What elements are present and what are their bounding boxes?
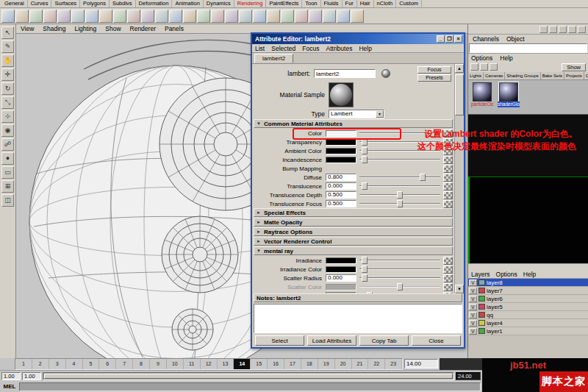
map-button[interactable] (443, 138, 453, 146)
frame-16[interactable]: 16 (268, 359, 284, 369)
maximize-icon[interactable] (445, 35, 453, 43)
shelf-icon[interactable] (141, 10, 154, 23)
scrollbar[interactable]: ▲ ▼ (454, 64, 464, 293)
material-sample-swatch[interactable] (329, 82, 354, 107)
layer-visibility-toggle[interactable]: V (469, 328, 477, 335)
shelf-tab-hair[interactable]: Hair (357, 0, 374, 7)
current-tool-icon[interactable]: ● (1, 152, 14, 165)
layer-row[interactable]: Vqq (468, 311, 588, 319)
minimize-icon[interactable] (437, 35, 445, 43)
slider-handle[interactable] (362, 266, 368, 273)
frame-strip[interactable]: 1234567891011121314151617181920212223 (15, 358, 403, 370)
map-button[interactable] (443, 129, 453, 138)
shelf-tab-subdivs[interactable]: Subdivs (110, 0, 136, 7)
chevron-down-icon[interactable] (376, 110, 384, 118)
window-titlebar[interactable]: Attribute Editor: lambert2 (252, 34, 464, 44)
frame-23[interactable]: 23 (385, 359, 402, 369)
color-swatch[interactable] (326, 257, 356, 264)
layer-row[interactable]: Vlayer6 (468, 295, 588, 303)
layer-visibility-toggle[interactable]: V (469, 296, 477, 302)
slider-handle[interactable] (362, 147, 368, 154)
ae-menu-focus[interactable]: Focus (302, 45, 319, 52)
material-swatch[interactable]: shaderGlow1 (498, 82, 520, 112)
shelf-icon[interactable] (309, 10, 322, 23)
panel-toggle-icon[interactable] (578, 26, 586, 33)
color-swatch[interactable] (326, 130, 356, 137)
layer-row[interactable]: Vlayer1 (468, 327, 588, 335)
type-dropdown[interactable]: Lambert (329, 110, 384, 118)
color-swatch[interactable] (326, 266, 356, 273)
layout-four-pane-icon[interactable]: ⊞ (1, 180, 14, 193)
slider-handle[interactable] (397, 191, 403, 199)
slider-handle[interactable] (397, 283, 403, 291)
layer-color-swatch[interactable] (478, 320, 485, 326)
frame-17[interactable]: 17 (284, 359, 301, 369)
layout-two-pane-icon[interactable]: ◫ (1, 194, 14, 207)
frame-15[interactable]: 15 (251, 359, 268, 369)
ae-menu-attributes[interactable]: Attributes (326, 45, 352, 52)
layer-color-swatch[interactable] (478, 304, 485, 310)
layers-menu-help[interactable]: Help (523, 271, 536, 278)
frame-7[interactable]: 7 (116, 359, 133, 369)
material-name-input[interactable]: lambert2 (314, 69, 376, 78)
shelf-icon[interactable] (127, 10, 140, 23)
layers-menu-options[interactable]: Options (496, 271, 517, 278)
universal-manipulator-icon[interactable]: ⊹ (1, 110, 14, 123)
lasso-select-tool-icon[interactable]: ✎ (1, 40, 14, 53)
map-button[interactable] (443, 156, 453, 164)
focus-button[interactable]: Focus (417, 66, 451, 74)
section-common-material-attributes[interactable]: Common Material Attributes (254, 119, 453, 128)
map-button[interactable] (443, 182, 453, 190)
shelf-icon[interactable] (155, 10, 168, 23)
layer-color-swatch[interactable] (478, 288, 485, 293)
shelf-icon[interactable] (211, 10, 224, 23)
hypershade-tab-lights[interactable]: Lights (468, 72, 484, 79)
frame-4[interactable]: 4 (66, 359, 83, 369)
scroll-up-icon[interactable]: ▲ (455, 64, 464, 73)
shelf-icon[interactable] (239, 10, 252, 23)
value-field[interactable]: 0.000 (326, 274, 356, 282)
map-button[interactable] (443, 174, 453, 182)
tab-lambert2[interactable]: lambert2 (254, 54, 293, 63)
slider-handle[interactable] (429, 129, 435, 137)
range-start-field[interactable]: 1.00 (1, 372, 21, 380)
section-vector-renderer-control[interactable]: Vector Renderer Control (254, 237, 453, 246)
layer-visibility-toggle[interactable]: V (469, 320, 477, 327)
layer-visibility-toggle[interactable]: V (469, 312, 477, 318)
section-mental-ray[interactable]: mental ray (254, 246, 453, 255)
soft-modification-tool-icon[interactable]: ◉ (1, 124, 14, 137)
scroll-down-icon[interactable]: ▼ (455, 285, 464, 293)
shelf-icon[interactable] (197, 10, 210, 23)
scrollbar-thumb[interactable] (455, 74, 464, 115)
shelf-tab-deformation[interactable]: Deformation (136, 0, 173, 7)
range-slider-track[interactable] (43, 372, 454, 380)
ae-menu-selected[interactable]: Selected (271, 45, 295, 52)
render-view-panel[interactable] (468, 177, 588, 263)
shelf-tab-rendering[interactable]: Rendering (234, 0, 267, 7)
select-tool-icon[interactable]: ↖ (1, 26, 14, 39)
shelf-icon[interactable] (113, 10, 126, 23)
frame-5[interactable]: 5 (83, 359, 100, 369)
show-button[interactable]: Show (562, 63, 586, 71)
shelf-tab-polygons[interactable]: Polygons (80, 0, 110, 7)
slider-handle[interactable] (397, 200, 403, 207)
shelf-icon[interactable] (253, 10, 266, 23)
filter-icon[interactable] (490, 63, 498, 71)
map-button[interactable] (443, 200, 453, 208)
layer-row[interactable]: Vlayer8 (468, 279, 588, 287)
shelf-tab-surfaces[interactable]: Surfaces (51, 0, 80, 7)
shelf-icon[interactable] (337, 10, 350, 23)
layer-visibility-toggle[interactable]: V (469, 288, 477, 294)
panel-toggle-icon[interactable] (568, 26, 576, 33)
range-end-field[interactable]: 24.00 (456, 372, 481, 380)
close-icon[interactable] (454, 35, 462, 43)
mel-label[interactable]: MEL (1, 383, 18, 390)
shelf-icon[interactable] (71, 10, 85, 23)
shelf-icon[interactable] (225, 10, 238, 23)
shelf-tab-fluids[interactable]: Fluids (321, 0, 343, 7)
filter-icon[interactable] (480, 63, 488, 71)
frame-14[interactable]: 14 (234, 359, 251, 369)
ae-menu-help[interactable]: Help (359, 45, 371, 52)
shelf-tab-fur[interactable]: Fur (343, 0, 357, 7)
slider-handle[interactable] (362, 138, 368, 146)
